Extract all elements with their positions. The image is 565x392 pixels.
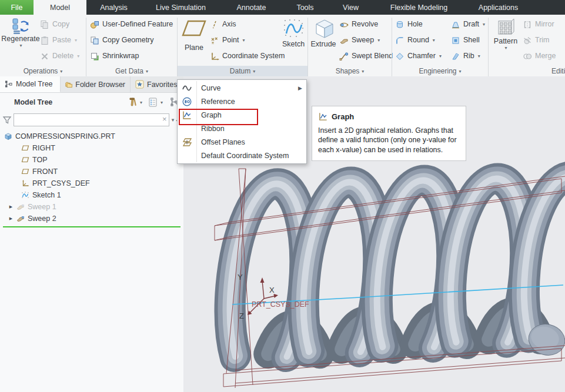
tree-item-sweep1[interactable]: ▶ Sweep 1 <box>0 201 183 213</box>
shrinkwrap-label: Shrinkwrap <box>102 52 139 60</box>
chevron-down-icon: ▾ <box>362 69 364 74</box>
tab-applications[interactable]: Applications <box>464 0 532 15</box>
group-label-datum[interactable]: Datum▾ <box>178 66 307 76</box>
model-tree-title: Model Tree <box>14 98 52 106</box>
expander-icon[interactable]: ▶ <box>8 205 14 209</box>
operations-column: Copy Paste ▾ Delete ▾ <box>40 16 79 64</box>
tab-favorites[interactable]: Favorites <box>131 76 183 92</box>
tab-live-simulation[interactable]: Live Simulation <box>141 0 220 15</box>
point-icon <box>210 36 219 45</box>
chamfer-icon <box>395 52 404 61</box>
offset-planes-icon <box>182 137 192 148</box>
group-label-get-data[interactable]: Get Data▾ <box>86 66 177 76</box>
menu-item-label: Reference <box>196 98 235 106</box>
tab-view[interactable]: View <box>328 0 373 15</box>
tab-folder-browser[interactable]: Folder Browser <box>61 76 131 92</box>
tree-item-top-plane[interactable]: TOP <box>0 154 183 166</box>
datum-plane-icon <box>21 167 29 176</box>
chevron-down-icon[interactable]: ▾ <box>140 100 142 105</box>
chevron-down-icon[interactable]: ▾ <box>161 100 163 105</box>
menu-item-reference[interactable]: Reference <box>178 95 306 108</box>
user-defined-feature-button[interactable]: User-Defined Feature <box>90 16 173 32</box>
delete-button[interactable]: Delete ▾ <box>40 48 79 64</box>
user-defined-feature-label: User-Defined Feature <box>102 21 173 28</box>
merge-label: Merge <box>535 52 556 60</box>
extrude-button[interactable]: Extrude <box>309 18 337 48</box>
tab-flexible-modeling[interactable]: Flexible Modeling <box>373 0 464 15</box>
tree-tools-icon[interactable] <box>127 97 138 108</box>
group-label-editing[interactable]: Editing <box>489 66 565 76</box>
tab-tools[interactable]: Tools <box>282 0 328 15</box>
swept-blend-button[interactable]: Swept Blend <box>339 48 393 64</box>
swept-blend-label: Swept Blend <box>352 52 393 60</box>
shrinkwrap-icon <box>90 52 99 61</box>
copy-geometry-label: Copy Geometry <box>102 36 154 44</box>
merge-button[interactable]: Merge <box>523 48 556 64</box>
draft-button[interactable]: Draft ▾ <box>451 16 485 32</box>
insert-locator-line[interactable] <box>3 226 180 227</box>
group-label-operations[interactable]: Operations▾ <box>0 66 86 76</box>
get-data-column: User-Defined Feature Copy Geometry Shrin… <box>90 16 173 64</box>
revolve-icon <box>339 20 349 29</box>
menu-item-offset-planes[interactable]: Offset Planes <box>178 135 306 149</box>
group-label-engineering[interactable]: Engineering▾ <box>392 66 488 76</box>
tree-item-sweep2[interactable]: ▶ Sweep 2 <box>0 213 183 225</box>
tab-file[interactable]: File <box>0 0 34 15</box>
round-button[interactable]: Round ▾ <box>395 32 442 48</box>
tree-search-input[interactable] <box>14 113 169 126</box>
tab-model[interactable]: Model <box>34 0 86 15</box>
group-label-shapes[interactable]: Shapes▾ <box>308 66 392 76</box>
clear-icon[interactable]: × <box>162 115 167 124</box>
menu-item-curve[interactable]: Curve ▶ <box>178 81 306 95</box>
tooltip-body: Insert a 2D graphical relation. Graphs t… <box>318 126 460 155</box>
plane-button[interactable]: Plane <box>180 18 208 52</box>
group-shapes: Extrude Revolve Sweep ▾ <box>308 15 392 76</box>
tab-model-tree-label: Model Tree <box>16 80 53 88</box>
chamfer-button[interactable]: Chamfer ▾ <box>395 48 442 64</box>
axis-icon <box>210 20 219 29</box>
tree-item-part[interactable]: COMPRESSIONSPRING.PRT <box>0 130 183 142</box>
tree-item-front-plane[interactable]: FRONT <box>0 166 183 177</box>
paste-button[interactable]: Paste ▾ <box>40 32 79 48</box>
filter-icon[interactable] <box>2 115 12 125</box>
shell-button[interactable]: Shell <box>451 32 485 48</box>
pattern-button[interactable]: Pattern ▾ <box>492 17 519 51</box>
graph-tooltip: Graph Insert a 2D graphical relation. Gr… <box>312 106 466 161</box>
tab-analysis[interactable]: Analysis <box>86 0 141 15</box>
tree-item-csys[interactable]: PRT_CSYS_DEF <box>0 177 183 189</box>
hole-button[interactable]: Hole <box>395 16 442 32</box>
chevron-down-icon[interactable]: ▾ <box>172 117 175 123</box>
coordinate-system-button[interactable]: Coordinate System <box>210 48 285 64</box>
copy-geometry-button[interactable]: Copy Geometry <box>90 32 173 48</box>
sketch-feature-icon <box>21 191 29 199</box>
trim-button[interactable]: Trim <box>523 32 556 48</box>
menu-item-ribbon[interactable]: Ribbon <box>178 122 306 135</box>
draft-icon <box>451 20 460 29</box>
axis-button[interactable]: Axis <box>210 16 285 32</box>
rib-label: Rib <box>463 52 474 60</box>
copy-button[interactable]: Copy <box>40 16 79 32</box>
regenerate-button[interactable]: Regenerate ▾ <box>2 17 39 49</box>
expander-icon[interactable]: ▶ <box>8 216 14 221</box>
sweep-button[interactable]: Sweep ▾ <box>339 32 393 48</box>
axis-z-label: Z <box>239 311 244 320</box>
tab-model-tree[interactable]: Model Tree <box>0 76 61 92</box>
revolve-button[interactable]: Revolve <box>339 16 393 32</box>
sketch-button[interactable]: Sketch <box>280 18 306 48</box>
creo-window: File Model Analysis Live Simulation Anno… <box>0 0 565 392</box>
group-datum: Plane Axis Point ▾ <box>178 15 307 76</box>
mirror-button[interactable]: Mirror <box>523 16 556 32</box>
tab-annotate[interactable]: Annotate <box>220 0 282 15</box>
shell-icon <box>451 36 460 45</box>
tree-item-right-plane[interactable]: RIGHT <box>0 142 183 154</box>
menu-item-graph[interactable]: Graph <box>178 108 306 122</box>
tree-item-sketch1[interactable]: Sketch 1 <box>0 189 183 201</box>
tree-settings-icon[interactable] <box>148 97 158 108</box>
datum-plane-icon <box>21 144 29 152</box>
menu-item-default-coordinate-system[interactable]: Default Coordinate System <box>178 149 306 162</box>
shrinkwrap-button[interactable]: Shrinkwrap <box>90 48 173 64</box>
chevron-down-icon: ▾ <box>439 53 442 59</box>
point-button[interactable]: Point ▾ <box>210 32 285 48</box>
menu-item-label: Curve <box>196 84 220 92</box>
rib-button[interactable]: Rib ▾ <box>451 48 485 64</box>
